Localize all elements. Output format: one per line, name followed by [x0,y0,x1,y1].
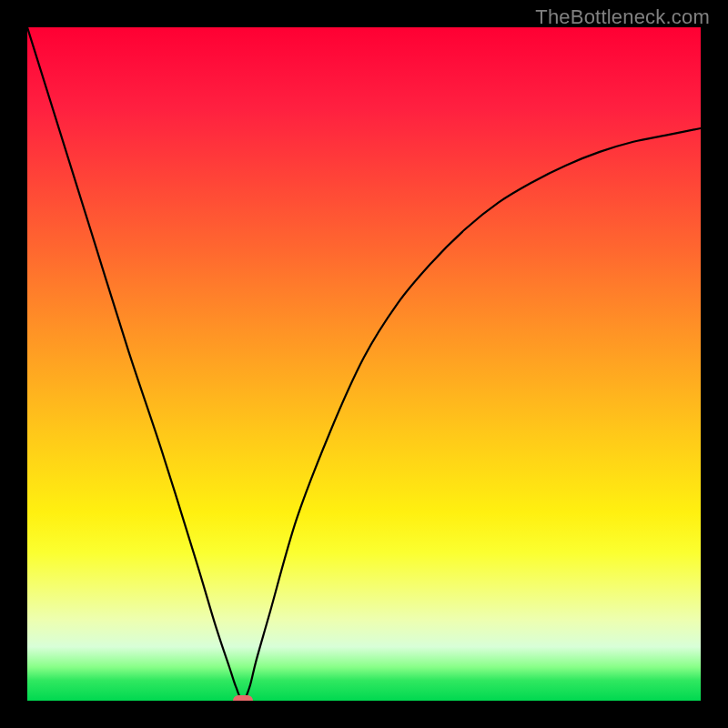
bottleneck-curve [27,27,701,701]
chart-plot-area [27,27,701,701]
watermark-text: TheBottleneck.com [535,5,710,29]
optimal-point-marker [233,695,253,701]
